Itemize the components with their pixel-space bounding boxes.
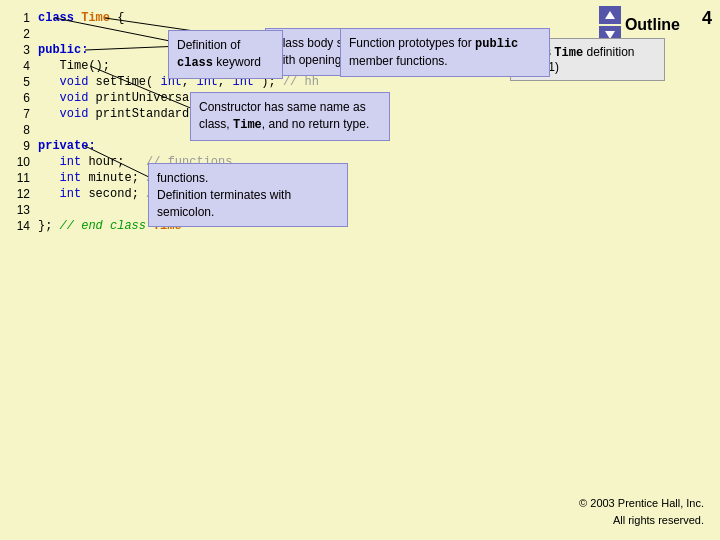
copyright-line1: © 2003 Prentice Hall, Inc. (579, 495, 704, 512)
tooltip-constructor: Constructor has same name as class, Time… (190, 92, 390, 141)
copyright-line2: All rights reserved. (579, 512, 704, 529)
tooltip-data-members: functions. Definition terminates with se… (148, 163, 348, 227)
outline-up-button[interactable] (599, 6, 621, 24)
svg-marker-0 (605, 11, 615, 19)
page-number: 4 (702, 8, 712, 29)
copyright: © 2003 Prentice Hall, Inc. All rights re… (579, 495, 704, 528)
tooltip-definition: Definition of class keyword (168, 30, 283, 79)
tooltip-function-prototypes: Function prototypes for public member fu… (340, 28, 550, 77)
outline-title: Outline (625, 16, 680, 34)
code-line-1: 1 class Time { (10, 10, 330, 26)
